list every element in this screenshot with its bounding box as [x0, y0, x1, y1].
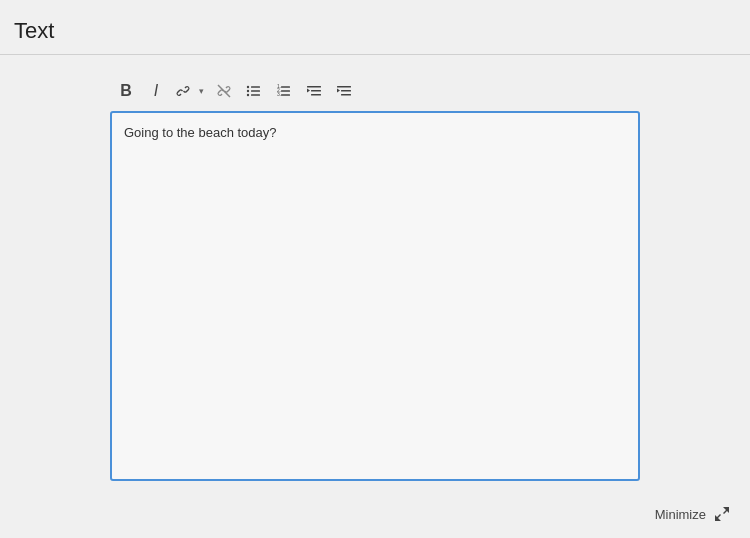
text-editor-area[interactable]: Going to the beach today?: [110, 111, 640, 481]
bullet-list-icon: [246, 83, 262, 99]
svg-rect-16: [337, 86, 351, 88]
svg-rect-6: [251, 94, 260, 96]
bottom-bar: Minimize: [655, 504, 732, 524]
minimize-label[interactable]: Minimize: [655, 507, 706, 522]
editor-container: B I ▾: [0, 55, 750, 481]
outdent-button[interactable]: [300, 77, 328, 105]
link-dropdown-button[interactable]: ▾: [194, 77, 208, 105]
svg-point-1: [247, 86, 249, 88]
svg-rect-18: [341, 94, 351, 96]
link-chevron-icon: ▾: [199, 86, 204, 96]
svg-rect-17: [341, 90, 351, 92]
ordered-list-icon: 1. 2. 3.: [276, 83, 292, 99]
bullet-list-button[interactable]: [240, 77, 268, 105]
indent-icon: [336, 83, 352, 99]
link-button-group: ▾: [172, 77, 208, 105]
outdent-icon: [306, 83, 322, 99]
svg-point-3: [247, 90, 249, 92]
ordered-list-button[interactable]: 1. 2. 3.: [270, 77, 298, 105]
svg-point-5: [247, 94, 249, 96]
toolbar: B I ▾: [110, 73, 640, 111]
link-icon: [175, 83, 191, 99]
svg-rect-12: [281, 94, 290, 96]
svg-rect-4: [251, 90, 260, 92]
svg-rect-14: [311, 90, 321, 92]
indent-button[interactable]: [330, 77, 358, 105]
page-title-section: Text: [0, 0, 750, 55]
italic-button[interactable]: I: [142, 77, 170, 105]
minimize-arrows-icon: [714, 506, 730, 522]
svg-text:3.: 3.: [277, 91, 281, 97]
svg-rect-15: [311, 94, 321, 96]
minimize-icon[interactable]: [712, 504, 732, 524]
page-title: Text: [14, 18, 54, 43]
svg-rect-13: [307, 86, 321, 88]
editor-content: Going to the beach today?: [124, 123, 626, 143]
svg-rect-10: [281, 90, 290, 92]
unlink-button[interactable]: [210, 77, 238, 105]
link-button[interactable]: [172, 77, 194, 105]
bold-button[interactable]: B: [112, 77, 140, 105]
svg-rect-8: [281, 86, 290, 88]
svg-rect-2: [251, 86, 260, 88]
unlink-icon: [216, 83, 232, 99]
